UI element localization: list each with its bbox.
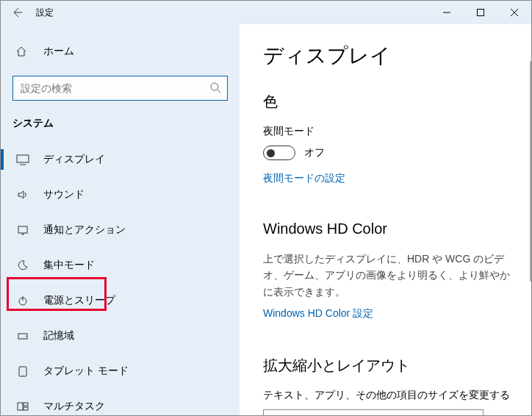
home-label: ホーム	[43, 45, 74, 58]
night-mode-toggle[interactable]	[263, 146, 295, 160]
night-mode-state: オフ	[304, 146, 325, 159]
toggle-knob	[267, 149, 275, 157]
sidebar-item-label: 集中モード	[43, 259, 95, 272]
display-icon	[15, 154, 30, 165]
power-icon	[15, 295, 30, 306]
sidebar-item-tablet[interactable]: タブレット モード	[1, 354, 240, 389]
svg-rect-3	[18, 226, 27, 233]
multitask-icon	[15, 401, 30, 412]
scale-description: テキスト、アプリ、その他の項目のサイズを変更する	[263, 389, 512, 402]
svg-rect-0	[478, 10, 484, 16]
sidebar-item-sound[interactable]: サウンド	[1, 177, 240, 212]
color-heading: 色	[263, 92, 512, 112]
sidebar-item-label: 記憶域	[43, 329, 74, 343]
sidebar-item-label: タブレット モード	[43, 365, 129, 378]
night-mode-label: 夜間モード	[263, 125, 512, 138]
page-title: ディスプレイ	[263, 42, 512, 70]
hd-color-heading: Windows HD Color	[263, 220, 512, 237]
svg-rect-11	[24, 407, 28, 410]
search-box[interactable]	[12, 76, 228, 101]
sidebar-item-label: 通知とアクション	[43, 223, 126, 237]
scale-dropdown[interactable]: 100% (推奨)	[263, 409, 484, 416]
back-button[interactable]	[1, 1, 33, 24]
sidebar-item-notifications[interactable]: 通知とアクション	[1, 212, 240, 248]
moon-icon	[15, 259, 30, 271]
scrollbar[interactable]	[530, 61, 531, 281]
sidebar-item-display[interactable]: ディスプレイ	[1, 142, 240, 177]
sidebar-item-label: サウンド	[43, 188, 85, 201]
close-button[interactable]	[497, 1, 531, 24]
sound-icon	[15, 189, 30, 201]
notification-icon	[15, 224, 30, 236]
tablet-icon	[15, 365, 30, 377]
svg-point-6	[25, 336, 26, 337]
svg-point-1	[211, 83, 218, 90]
storage-icon	[15, 330, 30, 342]
sidebar-item-focus-assist[interactable]: 集中モード	[1, 248, 240, 283]
svg-rect-9	[18, 403, 23, 410]
sidebar: ホーム システム ディスプレイ サウンド 通知とアクション	[1, 24, 240, 416]
sidebar-item-multitask[interactable]: マルチタスク	[1, 389, 240, 416]
svg-point-8	[22, 374, 23, 375]
sidebar-item-power[interactable]: 電源とスリープ	[1, 283, 240, 318]
sidebar-item-label: ディスプレイ	[43, 153, 105, 166]
night-mode-settings-link[interactable]: 夜間モードの設定	[263, 172, 345, 185]
window-title: 設定	[36, 7, 54, 19]
minimize-button[interactable]	[430, 1, 464, 24]
search-input[interactable]	[19, 82, 209, 95]
sidebar-item-label: マルチタスク	[43, 400, 105, 413]
maximize-button[interactable]	[464, 1, 497, 24]
hd-color-description: 上で選択したディスプレイに、HDR や WCG のビデオ、ゲーム、アプリの画像を…	[263, 251, 512, 300]
sidebar-item-storage[interactable]: 記憶域	[1, 318, 240, 354]
home-icon	[15, 46, 30, 57]
section-label: システム	[1, 111, 240, 142]
hd-color-settings-link[interactable]: Windows HD Color 設定	[263, 307, 373, 320]
content-area: ディスプレイ 色 夜間モード オフ 夜間モードの設定 Windows HD Co…	[240, 24, 531, 416]
home-link[interactable]: ホーム	[1, 37, 240, 65]
search-icon	[209, 82, 221, 96]
svg-rect-10	[24, 403, 28, 406]
titlebar: 設定	[1, 1, 531, 24]
sidebar-item-label: 電源とスリープ	[43, 294, 115, 307]
svg-rect-2	[17, 155, 29, 162]
scale-heading: 拡大縮小とレイアウト	[263, 356, 512, 376]
